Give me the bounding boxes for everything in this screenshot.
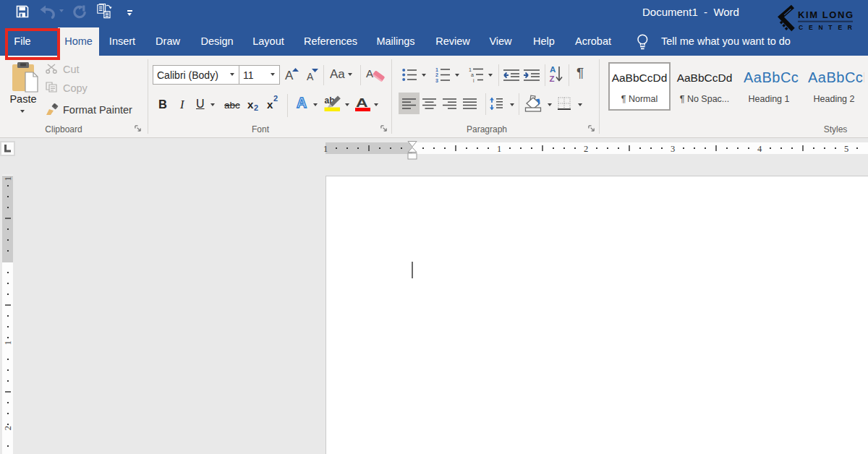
svg-text:1: 1 (3, 176, 13, 181)
svg-text:1: 1 (3, 340, 13, 345)
svg-text:1: 1 (435, 67, 438, 72)
svg-text:2: 2 (435, 72, 438, 77)
svg-text:1: 1 (469, 67, 472, 72)
svg-text:4: 4 (757, 144, 762, 154)
svg-text:3: 3 (435, 78, 438, 83)
svg-text:5: 5 (844, 144, 848, 154)
svg-text:A: A (550, 65, 556, 74)
svg-text:KIM LONG: KIM LONG (798, 9, 853, 20)
svg-text:C E N T E R: C E N T E R (799, 24, 852, 31)
svg-text:2: 2 (584, 144, 588, 154)
svg-text:2: 2 (3, 426, 13, 430)
svg-text:3: 3 (671, 144, 675, 154)
svg-text:a: a (471, 72, 474, 77)
svg-text:i: i (473, 78, 475, 83)
svg-text:Z: Z (550, 74, 555, 83)
svg-text:1: 1 (323, 144, 328, 154)
svg-text:1: 1 (497, 144, 501, 154)
